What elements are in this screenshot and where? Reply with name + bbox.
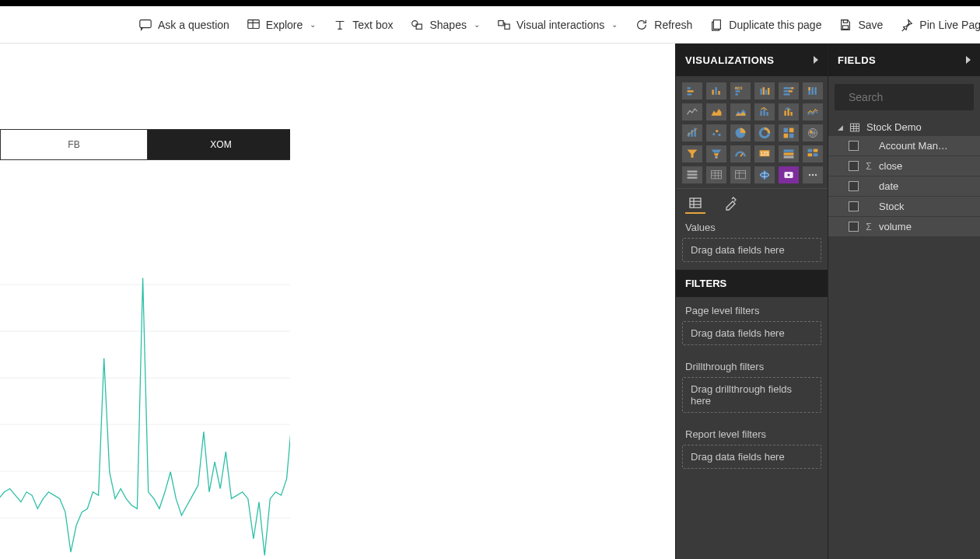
line-chart[interactable]: [0, 238, 290, 559]
fields-search-input[interactable]: [849, 91, 980, 103]
svg-rect-33: [789, 90, 793, 92]
ask-question-label: Ask a question: [158, 19, 229, 31]
viz-type-icon[interactable]: [682, 103, 702, 121]
svg-rect-55: [784, 128, 789, 133]
visualizations-header[interactable]: VISUALIZATIONS: [676, 44, 828, 76]
field-row[interactable]: Account Man…: [828, 136, 980, 156]
svg-rect-42: [760, 110, 761, 115]
svg-point-2: [412, 20, 418, 26]
field-row[interactable]: Σclose: [828, 156, 980, 176]
viz-type-icon[interactable]: [706, 103, 726, 121]
viz-type-icon[interactable]: [682, 145, 702, 162]
refresh-button[interactable]: Refresh: [635, 18, 692, 32]
svg-point-91: [812, 174, 814, 176]
svg-rect-36: [808, 87, 810, 90]
viz-type-icon[interactable]: [730, 82, 751, 100]
save-button[interactable]: Save: [838, 18, 883, 32]
field-name: Stock: [879, 201, 971, 212]
format-tab[interactable]: [719, 194, 740, 214]
viz-type-icon[interactable]: [803, 145, 823, 162]
refresh-icon: [635, 18, 649, 32]
svg-rect-43: [763, 109, 765, 116]
svg-rect-58: [789, 134, 794, 138]
table-stock-demo[interactable]: ◢ Stock Demo: [828, 118, 980, 136]
visual-interactions-button[interactable]: Visual interactions ⌄: [497, 18, 618, 32]
field-checkbox[interactable]: [849, 201, 859, 211]
tab-xom[interactable]: XOM: [147, 129, 290, 160]
viz-type-icon[interactable]: [779, 103, 799, 121]
svg-marker-63: [714, 153, 719, 155]
viz-type-icon[interactable]: [803, 124, 823, 141]
viz-type-icon[interactable]: [730, 124, 751, 141]
viz-type-icon[interactable]: [706, 124, 726, 141]
viz-type-icon[interactable]: [803, 82, 823, 100]
viz-type-icon[interactable]: [730, 166, 751, 183]
svg-rect-0: [140, 19, 151, 27]
field-row[interactable]: Σvolume: [828, 217, 980, 237]
chart-gridlines: [0, 285, 290, 559]
ask-question-button[interactable]: Ask a question: [138, 18, 229, 32]
refresh-label: Refresh: [654, 19, 692, 31]
textbox-button[interactable]: Text box: [333, 18, 393, 32]
tab-fb[interactable]: FB: [0, 129, 148, 160]
viz-type-icon[interactable]: [779, 82, 799, 100]
field-checkbox[interactable]: [849, 222, 859, 232]
viz-type-icon[interactable]: [779, 166, 799, 183]
svg-rect-19: [712, 89, 713, 94]
svg-rect-70: [784, 155, 794, 158]
tab-label: FB: [68, 139, 79, 150]
viz-type-icon[interactable]: [754, 166, 775, 183]
report-filters-dropzone[interactable]: Drag data fields here: [682, 445, 821, 469]
field-row[interactable]: Stock: [828, 197, 980, 217]
viz-type-icon[interactable]: [706, 82, 726, 100]
viz-type-icon[interactable]: [754, 103, 775, 121]
duplicate-icon: [709, 18, 723, 32]
svg-point-90: [809, 174, 810, 176]
values-dropzone[interactable]: Drag data fields here: [682, 238, 821, 262]
viz-type-icon[interactable]: 123: [754, 145, 775, 162]
fields-tab[interactable]: [685, 194, 705, 214]
page-filters-dropzone[interactable]: Drag data fields here: [682, 321, 821, 345]
viz-type-icon[interactable]: [706, 166, 726, 183]
chevron-right-icon: [966, 56, 971, 64]
svg-rect-69: [784, 152, 794, 155]
fields-search[interactable]: [835, 84, 974, 110]
svg-rect-30: [784, 87, 792, 89]
svg-rect-21: [718, 91, 719, 95]
viz-type-icon[interactable]: [682, 82, 702, 100]
viz-type-icon[interactable]: [682, 166, 702, 183]
viz-type-icon[interactable]: [779, 145, 799, 162]
viz-type-icon[interactable]: [754, 124, 775, 141]
svg-rect-26: [760, 89, 761, 95]
field-checkbox[interactable]: [849, 141, 859, 151]
svg-marker-62: [712, 149, 722, 152]
svg-rect-29: [768, 88, 769, 95]
svg-rect-74: [814, 153, 818, 156]
fields-header[interactable]: FIELDS: [828, 44, 980, 76]
explore-button[interactable]: Explore ⌄: [247, 18, 316, 32]
svg-rect-83: [736, 170, 746, 178]
viz-type-icon[interactable]: [803, 103, 823, 121]
viz-type-icon[interactable]: [754, 82, 775, 100]
field-row[interactable]: date: [828, 176, 980, 197]
drillthrough-filters-dropzone[interactable]: Drag drillthrough fields here: [682, 377, 821, 413]
svg-rect-34: [784, 93, 790, 95]
textbox-label: Text box: [352, 19, 393, 31]
field-name: date: [879, 180, 971, 192]
field-checkbox[interactable]: [849, 161, 859, 171]
svg-rect-72: [814, 149, 818, 152]
viz-type-icon[interactable]: [779, 124, 799, 141]
svg-rect-78: [712, 170, 722, 178]
viz-type-icon[interactable]: [730, 145, 751, 162]
chart-series-line: [0, 278, 290, 556]
viz-type-icon[interactable]: [803, 166, 823, 183]
report-canvas[interactable]: FB XOM: [0, 44, 675, 559]
shapes-button[interactable]: Shapes ⌄: [410, 18, 479, 32]
viz-type-icon[interactable]: [730, 103, 751, 121]
pin-live-page-button[interactable]: Pin Live Page: [900, 18, 980, 32]
field-checkbox[interactable]: [849, 181, 859, 191]
duplicate-page-button[interactable]: Duplicate this page: [709, 18, 821, 32]
viz-type-icon[interactable]: [706, 145, 726, 162]
svg-marker-39: [712, 109, 722, 116]
viz-type-icon[interactable]: [682, 124, 702, 141]
